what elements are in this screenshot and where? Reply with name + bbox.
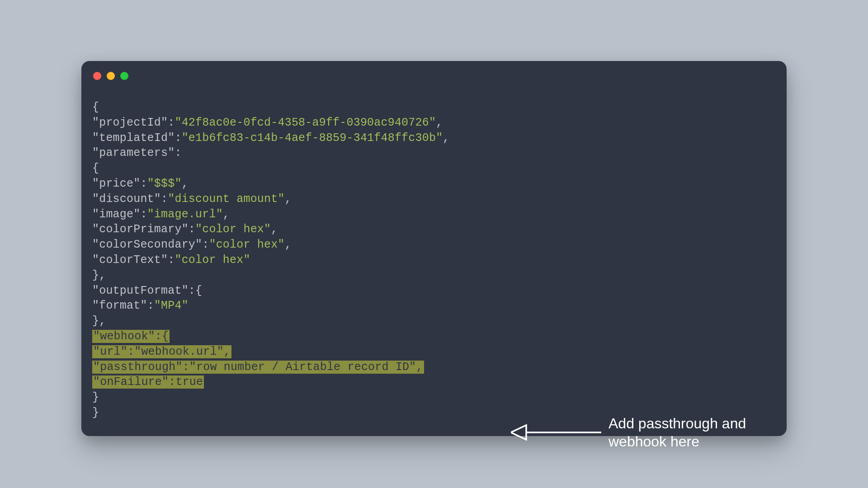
key-colorPrimary: colorPrimary [99, 223, 181, 236]
key-format: format [99, 299, 140, 312]
key-outputFormat: outputFormat [99, 284, 181, 297]
key-colorText: colorText [99, 253, 161, 267]
mac-traffic-lights [93, 72, 128, 80]
annotation-line-1: Add passthrough and [609, 415, 746, 432]
key-templateId: templateId [99, 131, 168, 145]
key-discount: discount [99, 192, 154, 206]
val-discount: discount amount [175, 192, 278, 206]
val-colorText: color hex [182, 253, 244, 267]
key-parameters: parameters [99, 146, 168, 160]
val-templateId: e1b6fc83-c14b-4aef-8859-341f48ffc30b [189, 131, 436, 145]
val-format: MP4 [161, 299, 182, 312]
arrow-left-icon [511, 423, 606, 441]
val-image: image.url [154, 208, 216, 221]
highlighted-line-passthrough: "passthrough":"row number / Airtable rec… [92, 361, 424, 374]
val-price: $$$ [154, 177, 175, 190]
annotation-line-2: webhook here [609, 433, 699, 450]
val-projectId: 42f8ac0e-0fcd-4358-a9ff-0390ac940726 [182, 116, 429, 129]
key-price: price [99, 177, 133, 190]
key-image: image [99, 208, 133, 221]
annotation: Add passthrough and webhook here [511, 414, 746, 450]
json-code-block: { "projectId":"42f8ac0e-0fcd-4358-a9ff-0… [92, 100, 450, 421]
key-colorSecondary: colorSecondary [99, 238, 195, 251]
highlighted-line-onFailure: "onFailure":true [92, 375, 204, 389]
key-projectId: projectId [99, 116, 161, 129]
zoom-icon[interactable] [120, 72, 128, 80]
val-colorPrimary: color hex [202, 223, 264, 236]
val-colorSecondary: color hex [216, 238, 278, 251]
svg-marker-1 [511, 425, 526, 440]
close-icon[interactable] [93, 72, 101, 80]
minimize-icon[interactable] [107, 72, 115, 80]
highlighted-line-webhook: "webhook":{ [92, 330, 170, 343]
highlighted-line-url: "url":"webhook.url", [92, 345, 231, 358]
code-window: { "projectId":"42f8ac0e-0fcd-4358-a9ff-0… [81, 61, 787, 436]
annotation-text: Add passthrough and webhook here [609, 414, 746, 450]
